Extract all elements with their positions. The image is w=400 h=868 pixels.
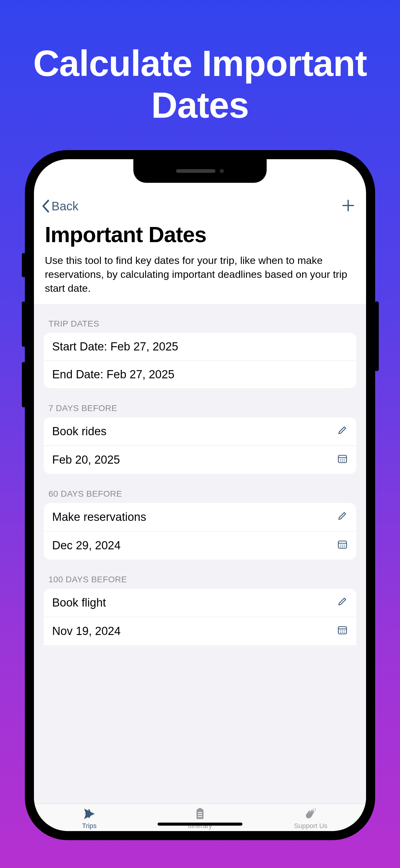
edit-button[interactable] — [337, 510, 348, 524]
svg-point-15 — [340, 630, 341, 631]
svg-point-3 — [344, 459, 345, 460]
svg-point-11 — [340, 546, 341, 547]
tab-itinerary[interactable]: Itinerary — [145, 807, 255, 830]
svg-point-12 — [342, 546, 343, 547]
svg-point-20 — [344, 632, 345, 632]
phone-side-button — [375, 302, 379, 371]
deadline-card: Make reservations Dec 29, 2024 — [44, 503, 356, 560]
home-indicator[interactable] — [158, 823, 242, 826]
clipboard-icon — [192, 807, 208, 821]
svg-point-16 — [342, 630, 343, 631]
clapping-hands-icon — [303, 807, 318, 821]
svg-point-1 — [340, 459, 341, 460]
task-row[interactable]: Book rides — [44, 417, 356, 445]
phone-side-button — [22, 302, 25, 347]
date-row[interactable]: Nov 19, 2024 — [44, 617, 356, 645]
svg-point-19 — [342, 632, 343, 632]
tab-support-us[interactable]: Support Us — [255, 807, 366, 830]
task-row[interactable]: Book flight — [44, 589, 356, 617]
tab-trips[interactable]: Trips — [34, 807, 145, 830]
section-header-100-days: 100 DAYS BEFORE — [34, 560, 366, 589]
start-date-row[interactable]: Start Date: Feb 27, 2025 — [44, 333, 356, 361]
end-date-label: End Date: Feb 27, 2025 — [52, 368, 348, 381]
calendar-icon — [337, 624, 348, 635]
back-button[interactable]: Back — [41, 199, 79, 213]
task-label: Book flight — [52, 596, 337, 609]
svg-point-10 — [344, 545, 345, 546]
chevron-left-icon — [41, 199, 50, 213]
promo-title: Calculate Important Dates — [0, 42, 400, 126]
svg-point-2 — [342, 459, 343, 460]
pencil-icon — [337, 425, 348, 435]
svg-rect-25 — [198, 816, 202, 817]
trip-dates-card: Start Date: Feb 27, 2025 End Date: Feb 2… — [44, 333, 356, 388]
svg-rect-23 — [198, 812, 202, 813]
end-date-row[interactable]: End Date: Feb 27, 2025 — [44, 361, 356, 388]
calendar-button[interactable] — [337, 453, 348, 467]
tab-label: Trips — [82, 822, 97, 830]
phone-screen: Back Important Dates Use this tool to fi… — [34, 159, 366, 831]
phone-camera — [220, 169, 224, 173]
back-label: Back — [52, 199, 79, 213]
phone-speaker — [176, 169, 216, 173]
task-label: Book rides — [52, 425, 337, 438]
calendar-icon — [337, 539, 348, 550]
svg-point-9 — [342, 545, 343, 546]
svg-point-5 — [342, 460, 343, 461]
task-row[interactable]: Make reservations — [44, 503, 356, 531]
page-title: Important Dates — [45, 222, 355, 247]
deadline-card: Book rides Feb 20, 2025 — [44, 417, 356, 474]
tabbar: Trips Itinerary — [34, 804, 366, 831]
plus-icon — [341, 198, 355, 213]
date-row[interactable]: Feb 20, 2025 — [44, 445, 356, 474]
page-header: Important Dates Use this tool to find ke… — [34, 220, 366, 304]
pencil-icon — [337, 510, 348, 521]
phone-side-button — [22, 362, 25, 407]
svg-point-8 — [340, 545, 341, 546]
phone-frame: Back Important Dates Use this tool to fi… — [25, 150, 375, 840]
page-subtitle: Use this tool to find key dates for your… — [45, 254, 355, 296]
edit-button[interactable] — [337, 596, 348, 610]
edit-button[interactable] — [337, 425, 348, 438]
calendar-button[interactable] — [337, 624, 348, 638]
svg-point-4 — [340, 460, 341, 461]
add-button[interactable] — [341, 198, 355, 214]
date-label: Feb 20, 2025 — [52, 453, 337, 466]
svg-point-17 — [344, 630, 345, 631]
date-label: Dec 29, 2024 — [52, 539, 337, 552]
calendar-icon — [337, 453, 348, 464]
airplane-icon — [82, 807, 97, 821]
section-header-trip-dates: TRIP DATES — [34, 304, 366, 333]
svg-rect-24 — [198, 814, 202, 815]
svg-point-27 — [315, 810, 316, 811]
date-label: Nov 19, 2024 — [52, 625, 337, 638]
sections-scroll[interactable]: TRIP DATES Start Date: Feb 27, 2025 End … — [34, 304, 366, 804]
phone-notch — [133, 159, 267, 183]
svg-point-6 — [344, 460, 345, 461]
svg-point-18 — [340, 632, 341, 632]
phone-side-button — [22, 253, 25, 277]
svg-point-28 — [315, 808, 316, 809]
date-row[interactable]: Dec 29, 2024 — [44, 531, 356, 560]
svg-rect-22 — [198, 808, 202, 810]
svg-point-13 — [344, 546, 345, 547]
section-header-60-days: 60 DAYS BEFORE — [34, 474, 366, 503]
tab-label: Support Us — [294, 822, 327, 830]
pencil-icon — [337, 596, 348, 607]
deadline-card: Book flight Nov 19, 2024 — [44, 589, 356, 645]
calendar-button[interactable] — [337, 539, 348, 552]
start-date-label: Start Date: Feb 27, 2025 — [52, 340, 348, 353]
task-label: Make reservations — [52, 510, 337, 524]
svg-point-26 — [313, 809, 314, 810]
section-header-7-days: 7 DAYS BEFORE — [34, 388, 366, 417]
